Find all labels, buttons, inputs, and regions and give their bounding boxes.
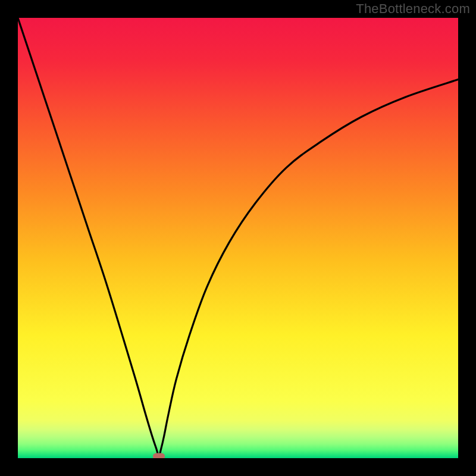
minimum-marker: [153, 453, 165, 458]
chart-frame: TheBottleneck.com: [0, 0, 476, 476]
watermark-text: TheBottleneck.com: [356, 1, 470, 17]
bottleneck-curve: [18, 18, 458, 458]
plot-area: [18, 18, 458, 458]
